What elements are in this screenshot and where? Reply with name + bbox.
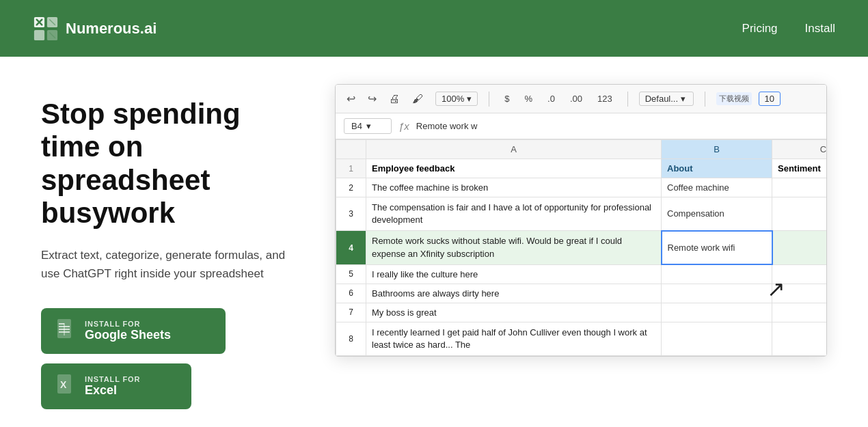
- row-number-3: 3: [336, 197, 366, 231]
- table-row: 4 Remote work sucks without stable wifi.…: [336, 231, 827, 264]
- cell-c2[interactable]: [772, 178, 827, 197]
- cell-ref-chevron: ▾: [366, 121, 371, 131]
- grid-table: A B C 1 Employee feedback About Sentimen…: [336, 139, 826, 356]
- row-number-2: 2: [336, 178, 366, 197]
- svg-rect-2: [34, 29, 44, 40]
- table-row: 6 Bathrooms are always dirty here: [336, 284, 827, 303]
- col-header-a[interactable]: A: [366, 140, 662, 159]
- formula-bar: B4 ▾ ƒx Remote work w: [336, 113, 826, 139]
- cell-c3[interactable]: [772, 197, 827, 231]
- spreadsheet-mockup: ↩ ↪ 🖨 🖌 100% ▾ $ % .0 .00 123 Defaul... …: [335, 84, 827, 357]
- cell-a6[interactable]: Bathrooms are always dirty here: [366, 284, 662, 303]
- cell-reference[interactable]: B4 ▾: [344, 118, 392, 134]
- table-row: 3 The compensation is fair and I have a …: [336, 197, 827, 231]
- percent-button[interactable]: %: [520, 92, 537, 105]
- row-number-1: 1: [336, 159, 366, 178]
- dollar-button[interactable]: $: [500, 92, 513, 105]
- cell-a4[interactable]: Remote work sucks without stable wifi. W…: [366, 231, 662, 264]
- cell-ref-value: B4: [351, 121, 362, 131]
- paint-format-button[interactable]: 🖌: [409, 92, 426, 107]
- cell-a3[interactable]: The compensation is fair and I have a lo…: [366, 197, 662, 231]
- decimal-left-button[interactable]: .0: [543, 92, 559, 105]
- table-row: 7 My boss is great: [336, 303, 827, 322]
- nav-links: Pricing Install: [742, 22, 835, 36]
- number-button[interactable]: 123: [593, 92, 616, 105]
- row-number-6: 6: [336, 284, 366, 303]
- navbar: Numerous.ai Pricing Install: [0, 0, 868, 57]
- cell-a5[interactable]: I really like the culture here: [366, 264, 662, 284]
- col-header-b[interactable]: B: [662, 140, 772, 159]
- zoom-value: 100%: [442, 94, 464, 104]
- excel-svg: X: [56, 373, 75, 395]
- formula-value: Remote work w: [416, 121, 478, 131]
- hero-title: Stop spending time on spreadsheet busywo…: [41, 98, 294, 230]
- excel-button-text: INSTALL FOR Excel: [85, 375, 140, 398]
- sheets-install-label-bottom: Google Sheets: [85, 328, 171, 342]
- cell-b7[interactable]: [662, 303, 772, 322]
- pricing-link[interactable]: Pricing: [742, 22, 778, 36]
- font-size-input[interactable]: 10: [759, 92, 781, 106]
- cell-c7[interactable]: [772, 303, 827, 322]
- sheets-button-text: INSTALL FOR Google Sheets: [85, 320, 171, 342]
- print-button[interactable]: 🖨: [386, 92, 403, 107]
- excel-install-label-bottom: Excel: [85, 383, 140, 398]
- install-excel-button[interactable]: X INSTALL FOR Excel: [41, 363, 191, 409]
- cell-b1[interactable]: About: [662, 159, 772, 178]
- col-headers-row: A B C: [336, 140, 827, 159]
- logo-icon: [33, 16, 59, 42]
- row-number-7: 7: [336, 303, 366, 322]
- font-name: Defaul...: [645, 94, 678, 104]
- table-row: 2 The coffee machine is broken Coffee ma…: [336, 178, 827, 197]
- cell-b4[interactable]: Remote work wifi: [662, 231, 772, 264]
- sheets-icon: [56, 318, 75, 344]
- font-chevron: ▾: [681, 94, 686, 104]
- zoom-control[interactable]: 100% ▾: [435, 92, 478, 106]
- cell-c5[interactable]: [772, 264, 827, 284]
- formula-fx-icon: ƒx: [398, 120, 409, 132]
- sheets-svg: [56, 318, 75, 340]
- corner-cell: [336, 140, 366, 159]
- cell-b2[interactable]: Coffee machine: [662, 178, 772, 197]
- excel-icon: X: [56, 373, 75, 400]
- hero-section: Stop spending time on spreadsheet busywo…: [0, 57, 868, 419]
- cell-c4[interactable]: [772, 231, 827, 264]
- sheets-install-label-top: INSTALL FOR: [85, 320, 171, 328]
- svg-rect-12: [59, 323, 64, 325]
- redo-button[interactable]: ↪: [365, 91, 379, 107]
- cell-c8[interactable]: [772, 322, 827, 355]
- cell-a8[interactable]: I recently learned I get paid half of Jo…: [366, 322, 662, 355]
- cell-b3[interactable]: Compensation: [662, 197, 772, 231]
- table-row: 5 I really like the culture here: [336, 264, 827, 284]
- cell-a1[interactable]: Employee feedback: [366, 159, 662, 178]
- install-link[interactable]: Install: [805, 22, 835, 36]
- logo-text: Numerous.ai: [66, 20, 157, 38]
- font-dropdown[interactable]: Defaul... ▾: [639, 92, 694, 106]
- cell-a7[interactable]: My boss is great: [366, 303, 662, 322]
- decimal-right-button[interactable]: .00: [566, 92, 586, 105]
- zoom-chevron: ▾: [467, 94, 472, 104]
- cell-a2[interactable]: The coffee machine is broken: [366, 178, 662, 197]
- cell-b6[interactable]: [662, 284, 772, 303]
- excel-install-label-top: INSTALL FOR: [85, 375, 140, 383]
- extension-button[interactable]: 下载视频: [716, 92, 752, 105]
- spreadsheet-grid: A B C 1 Employee feedback About Sentimen…: [336, 139, 826, 356]
- col-header-c[interactable]: C: [772, 140, 827, 159]
- svg-text:X: X: [60, 379, 67, 390]
- toolbar-divider-3: [705, 92, 705, 107]
- cell-b8[interactable]: [662, 322, 772, 355]
- toolbar-divider-1: [489, 92, 489, 107]
- toolbar-divider-2: [627, 92, 628, 107]
- undo-button[interactable]: ↩: [344, 91, 358, 107]
- row-number-8: 8: [336, 322, 366, 355]
- ss-toolbar: ↩ ↪ 🖨 🖌 100% ▾ $ % .0 .00 123 Defaul... …: [336, 85, 826, 113]
- cell-c1[interactable]: Sentiment: [772, 159, 827, 178]
- row-number-5: 5: [336, 264, 366, 284]
- logo[interactable]: Numerous.ai: [33, 16, 157, 42]
- table-row: 1 Employee feedback About Sentiment: [336, 159, 827, 178]
- install-sheets-button[interactable]: INSTALL FOR Google Sheets: [41, 308, 226, 354]
- cell-b5[interactable]: [662, 264, 772, 284]
- cell-c6[interactable]: [772, 284, 827, 303]
- table-row: 8 I recently learned I get paid half of …: [336, 322, 827, 355]
- hero-subtitle: Extract text, categorize, generate formu…: [41, 246, 294, 283]
- hero-left: Stop spending time on spreadsheet busywo…: [41, 98, 294, 419]
